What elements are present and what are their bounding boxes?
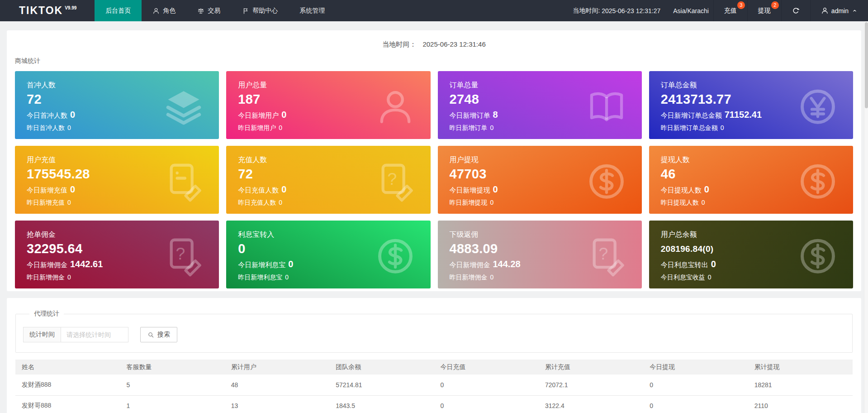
nav-item-label: 帮助中心: [252, 7, 278, 15]
card-today-label: 今日新增佣金: [27, 261, 67, 269]
doc-pencil-icon: [163, 161, 204, 202]
table-cell: 发财哥888: [15, 395, 120, 413]
card-yesterday-label: 昨日新增佣金: [27, 274, 65, 281]
nav-item-system[interactable]: 系统管理: [289, 0, 336, 21]
card-yesterday-label: 昨日新增订单: [450, 124, 488, 131]
card-today-label: 今日充值人数: [238, 186, 279, 194]
card-today-value: 0: [281, 184, 286, 194]
table-row: 发财酒88854857214.81072072.1018281: [15, 375, 853, 395]
recharge-button[interactable]: 充值 3: [713, 0, 747, 21]
stat-time-label: 统计时间: [23, 327, 61, 342]
column-header: 客服数量: [120, 360, 224, 375]
nav-item-label: 系统管理: [299, 7, 325, 15]
table-cell: 2110: [748, 395, 853, 413]
card-today-label: 今日新增利息宝: [238, 261, 285, 269]
card-today-label: 今日新增提现: [450, 186, 490, 194]
navbar-timezone: Asia/Karachi: [673, 7, 709, 14]
user-icon: [152, 7, 160, 14]
nav-item-roles[interactable]: 角色: [142, 0, 186, 21]
card-today-value: 144.28: [493, 259, 521, 269]
search-icon: [147, 331, 154, 338]
section-title: 商城统计: [15, 57, 853, 65]
table-cell: 0: [434, 375, 539, 395]
refresh-icon: [792, 7, 800, 14]
nav-item-label: 角色: [163, 7, 175, 15]
table-cell: 57214.81: [329, 375, 434, 395]
brand-version: V9.99: [65, 5, 76, 10]
withdraw-button[interactable]: 提现 2: [747, 0, 781, 21]
dollar-icon: [797, 235, 839, 277]
card-yesterday-label: 昨日充值人数: [238, 199, 276, 206]
card-yesterday-label: 昨日新增用户: [238, 124, 276, 131]
column-header: 累计用户: [225, 360, 329, 375]
stat-time-input[interactable]: [61, 327, 128, 342]
stat-card: 利息宝转入 0 今日新增利息宝0 昨日新增利息宝0: [226, 221, 430, 288]
card-today-value: 0: [493, 184, 498, 194]
card-yesterday-value: 0: [490, 199, 494, 206]
admin-username: admin: [831, 7, 849, 14]
dollar-icon: [586, 161, 627, 202]
stats-panel: 当地时间： 2025-06-23 12:31:46 商城统计 首冲人数 72 今…: [7, 30, 861, 291]
card-today-label: 今日新增订单总金额: [661, 111, 722, 119]
card-today-value: 0: [704, 184, 709, 194]
card-yesterday-value: 0: [67, 199, 71, 206]
column-header: 今日充值: [434, 360, 539, 375]
table-header-row: 姓名客服数量累计用户团队余额今日充值累计充值今日提现累计提现: [15, 360, 853, 375]
scales-icon: [197, 7, 204, 14]
stat-card: 用户总余额 208196.84(0) 今日利息宝转出0 今日利息宝收益0: [649, 221, 853, 288]
agent-stats-fieldset: 代理统计 统计时间 搜索: [15, 310, 853, 353]
card-yesterday-label: 昨日新增佣金: [450, 274, 488, 281]
card-yesterday-value: 0: [67, 124, 71, 131]
card-yesterday-value: 0: [279, 124, 282, 131]
nav-item-help[interactable]: 帮助中心: [231, 0, 289, 21]
recharge-label: 充值: [724, 7, 737, 15]
filter-row: 统计时间 搜索: [23, 327, 845, 342]
admin-menu[interactable]: admin: [810, 0, 868, 21]
flag-icon: [242, 7, 249, 14]
table-cell: 3122.4: [539, 395, 643, 413]
search-button[interactable]: 搜索: [140, 327, 177, 342]
navbar-time-value: 2025-06-23 12:31:27: [602, 7, 660, 14]
top-navbar: TIKTOK V9.99 后台首页角色交易帮助中心系统管理 当地时间: 2025…: [0, 0, 868, 21]
card-yesterday-value: 0: [285, 274, 289, 281]
layers-icon: [163, 86, 204, 128]
card-yesterday-label: 昨日新增提现: [450, 199, 488, 206]
card-today-value: 8: [493, 110, 498, 120]
card-today-value: 1442.61: [70, 259, 103, 269]
page-scrollbar[interactable]: [864, 21, 868, 413]
column-header: 团队余额: [329, 360, 434, 375]
nav-item-trade[interactable]: 交易: [186, 0, 231, 21]
table-cell: 0: [643, 395, 748, 413]
stat-card: 抢单佣金 32295.64 今日新增佣金1442.61 昨日新增佣金0: [15, 221, 219, 288]
refresh-button[interactable]: [781, 0, 810, 21]
table-cell: 13: [225, 395, 329, 413]
table-cell: 5: [120, 375, 224, 395]
brand-text: TIKTOK: [19, 5, 63, 17]
scrollbar-thumb[interactable]: [865, 22, 868, 108]
card-yesterday-label: 昨日新增充值: [27, 199, 65, 206]
table-cell: 0: [434, 395, 539, 413]
column-header: 累计提现: [748, 360, 853, 375]
card-today-label: 今日新增充值: [27, 186, 67, 194]
user-icon: [375, 86, 416, 128]
nav-item-home[interactable]: 后台首页: [95, 0, 142, 21]
card-today-label: 今日利息宝转出: [661, 261, 708, 269]
stat-card: 下级返佣 4883.09 今日新增佣金144.28 昨日新增佣金0: [438, 221, 642, 288]
card-yesterday-label: 昨日新增利息宝: [238, 274, 282, 281]
table-cell: 发财酒888: [15, 375, 120, 395]
navbar-local-time: 当地时间: 2025-06-23 12:31:27 Asia/Karachi: [568, 0, 713, 21]
withdraw-label: 提现: [758, 7, 771, 15]
table-body: 发财酒88854857214.81072072.1018281发财哥888113…: [15, 375, 853, 413]
table-cell: 18281: [748, 375, 853, 395]
card-yesterday-label: 昨日新增订单总金额: [661, 124, 718, 131]
card-yesterday-value: 0: [67, 274, 71, 281]
card-yesterday-value: 0: [490, 124, 494, 131]
card-yesterday-value: 0: [279, 199, 282, 206]
agent-panel: 代理统计 统计时间 搜索 姓名客服数量累计用户团队余额今日充值累计充值今日提现累…: [7, 298, 861, 413]
agent-stats-legend: 代理统计: [29, 310, 64, 318]
card-yesterday-label: 今日利息宝收益: [661, 274, 705, 281]
navbar-time-label: 当地时间:: [573, 7, 600, 15]
brand-logo[interactable]: TIKTOK V9.99: [0, 0, 95, 21]
column-header: 姓名: [15, 360, 120, 375]
stat-card: 订单总金额 2413713.77 今日新增订单总金额71152.41 昨日新增订…: [649, 71, 853, 139]
